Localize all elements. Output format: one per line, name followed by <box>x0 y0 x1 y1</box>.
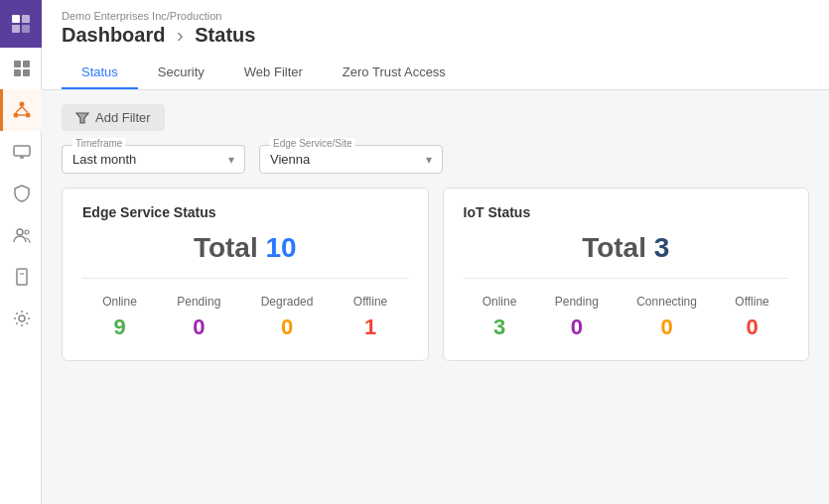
svg-rect-0 <box>12 15 20 23</box>
stat-offline-value: 1 <box>364 315 376 340</box>
svg-rect-7 <box>23 69 30 76</box>
add-filter-button[interactable]: Add Filter <box>62 104 165 131</box>
page-title-status: Status <box>195 24 255 46</box>
sidebar-item-shield[interactable] <box>0 173 42 214</box>
timeframe-label: Timeframe <box>72 138 125 149</box>
cards-grid: Edge Service Status Total 10 Online 9 Pe… <box>62 188 809 361</box>
edge-service-dropdown-inner[interactable]: Vienna ▾ <box>270 152 432 167</box>
svg-point-8 <box>20 102 25 107</box>
svg-line-11 <box>16 107 22 113</box>
stat-online-label: Online <box>102 295 137 309</box>
svg-point-10 <box>26 113 31 118</box>
stat-degraded: Degraded 0 <box>261 295 314 340</box>
svg-rect-4 <box>14 61 21 67</box>
timeframe-dropdown[interactable]: Timeframe Last month ▾ <box>62 145 245 174</box>
stat-degraded-label: Degraded <box>261 295 314 309</box>
edge-service-value: Vienna <box>270 152 310 167</box>
stat-online-value: 9 <box>113 315 125 340</box>
edge-service-label: Edge Service/Site <box>270 138 355 149</box>
sidebar-item-bookmark[interactable] <box>0 256 42 298</box>
filter-bar: Add Filter <box>62 104 809 131</box>
sidebar-item-dashboard[interactable] <box>0 48 42 89</box>
stat-degraded-value: 0 <box>281 315 293 340</box>
iot-total: Total 3 <box>464 232 789 279</box>
iot-stat-online-value: 3 <box>493 315 505 340</box>
edge-service-arrow-icon: ▾ <box>426 153 432 167</box>
iot-stat-pending-value: 0 <box>571 315 583 340</box>
svg-point-17 <box>17 229 23 235</box>
edge-service-stats: Online 9 Pending 0 Degraded 0 Offline 1 <box>82 295 408 340</box>
dropdowns-row: Timeframe Last month ▾ Edge Service/Site… <box>62 145 809 174</box>
iot-stat-connecting: Connecting 0 <box>636 295 697 340</box>
iot-total-value: 3 <box>654 232 670 263</box>
filter-icon <box>75 111 89 125</box>
edge-service-total: Total 10 <box>82 232 408 279</box>
iot-stat-offline: Offline 0 <box>735 295 768 340</box>
sidebar-item-settings[interactable] <box>0 298 42 339</box>
sidebar-item-monitor[interactable] <box>0 131 42 173</box>
iot-stat-offline-label: Offline <box>735 295 768 309</box>
add-filter-label: Add Filter <box>95 110 151 125</box>
svg-point-21 <box>19 315 25 321</box>
iot-stats: Online 3 Pending 0 Connecting 0 Offline … <box>464 295 789 340</box>
iot-stat-offline-value: 0 <box>746 315 758 340</box>
stat-pending: Pending 0 <box>177 295 220 340</box>
svg-rect-6 <box>14 69 21 76</box>
svg-point-9 <box>14 113 19 118</box>
iot-stat-connecting-value: 0 <box>660 315 672 340</box>
svg-line-12 <box>22 107 28 113</box>
svg-rect-5 <box>23 61 30 67</box>
header: Demo Enterprises Inc/Production Dashboar… <box>42 0 829 90</box>
svg-point-18 <box>25 230 29 234</box>
main-content: Demo Enterprises Inc/Production Dashboar… <box>42 0 829 504</box>
tab-web-filter[interactable]: Web Filter <box>224 57 323 89</box>
breadcrumb-arrow: › <box>177 24 184 46</box>
edge-service-total-value: 10 <box>265 232 296 263</box>
page-title: Dashboard › Status <box>62 24 809 47</box>
edge-service-dropdown[interactable]: Edge Service/Site Vienna ▾ <box>259 145 443 174</box>
iot-stat-connecting-label: Connecting <box>636 295 697 309</box>
sidebar-item-network[interactable] <box>0 89 42 131</box>
svg-rect-1 <box>22 15 30 23</box>
svg-rect-19 <box>17 269 27 285</box>
iot-status-card: IoT Status Total 3 Online 3 Pending 0 <box>443 188 810 361</box>
stat-pending-value: 0 <box>193 315 205 340</box>
iot-stat-pending: Pending 0 <box>555 295 599 340</box>
breadcrumb: Demo Enterprises Inc/Production <box>62 10 809 22</box>
tab-status[interactable]: Status <box>62 57 138 89</box>
page-title-dashboard: Dashboard <box>62 24 165 46</box>
tab-zero-trust-access[interactable]: Zero Trust Access <box>323 57 466 89</box>
timeframe-arrow-icon: ▾ <box>228 153 234 167</box>
edge-service-status-card: Edge Service Status Total 10 Online 9 Pe… <box>62 188 429 361</box>
stat-pending-label: Pending <box>177 295 220 309</box>
sidebar-item-users[interactable] <box>0 214 42 256</box>
content-area: Add Filter Timeframe Last month ▾ Edge S… <box>42 90 829 504</box>
svg-marker-22 <box>76 113 88 123</box>
sidebar <box>0 0 42 504</box>
iot-total-label: Total <box>582 232 646 263</box>
stat-offline: Offline 1 <box>353 295 387 340</box>
edge-service-total-label: Total <box>194 232 258 263</box>
edge-service-card-title: Edge Service Status <box>82 204 408 220</box>
svg-rect-2 <box>12 25 20 33</box>
iot-stat-online-label: Online <box>483 295 517 309</box>
tab-security[interactable]: Security <box>138 57 224 89</box>
svg-rect-14 <box>14 146 30 156</box>
iot-card-title: IoT Status <box>464 204 789 220</box>
svg-rect-3 <box>22 25 30 33</box>
iot-stat-online: Online 3 <box>483 295 517 340</box>
timeframe-dropdown-inner[interactable]: Last month ▾ <box>72 152 234 167</box>
sidebar-logo[interactable] <box>0 0 42 48</box>
stat-offline-label: Offline <box>353 295 387 309</box>
tabs: Status Security Web Filter Zero Trust Ac… <box>62 57 809 89</box>
iot-stat-pending-label: Pending <box>555 295 599 309</box>
stat-online: Online 9 <box>102 295 137 340</box>
timeframe-value: Last month <box>72 152 136 167</box>
